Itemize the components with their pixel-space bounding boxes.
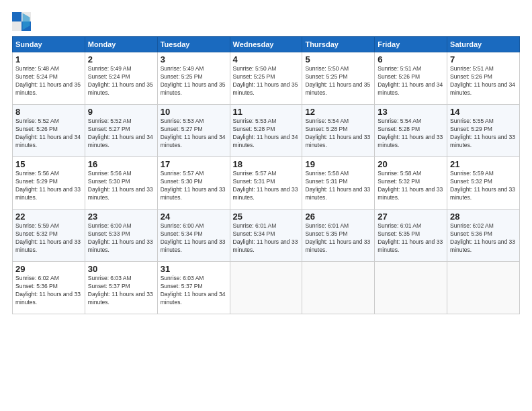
- calendar-cell: 2 Sunrise: 5:49 AM Sunset: 5:24 PM Dayli…: [85, 52, 157, 105]
- day-number: 12: [305, 107, 371, 117]
- day-number: 17: [161, 159, 227, 169]
- calendar-cell: 24 Sunrise: 6:00 AM Sunset: 5:34 PM Dayl…: [157, 210, 230, 262]
- day-info: Sunrise: 6:01 AM Sunset: 5:34 PM Dayligh…: [233, 222, 300, 255]
- calendar-cell: 7 Sunrise: 5:51 AM Sunset: 5:26 PM Dayli…: [447, 52, 520, 105]
- svg-rect-0: [12, 12, 21, 21]
- calendar-header-row: SundayMondayTuesdayWednesdayThursdayFrid…: [13, 37, 520, 52]
- calendar-cell: 17 Sunrise: 5:57 AM Sunset: 5:30 PM Dayl…: [157, 157, 230, 210]
- calendar-cell: 28 Sunrise: 6:02 AM Sunset: 5:36 PM Dayl…: [447, 210, 520, 262]
- day-info: Sunrise: 5:49 AM Sunset: 5:25 PM Dayligh…: [161, 65, 227, 97]
- calendar-cell: 4 Sunrise: 5:50 AM Sunset: 5:25 PM Dayli…: [230, 52, 302, 105]
- day-info: Sunrise: 5:57 AM Sunset: 5:31 PM Dayligh…: [233, 170, 300, 202]
- calendar-cell: [302, 262, 375, 314]
- calendar-cell: 14 Sunrise: 5:55 AM Sunset: 5:29 PM Dayl…: [447, 105, 520, 157]
- calendar-header-monday: Monday: [85, 37, 157, 52]
- calendar-cell: 31 Sunrise: 6:03 AM Sunset: 5:37 PM Dayl…: [157, 262, 230, 314]
- calendar-header-thursday: Thursday: [302, 37, 375, 52]
- day-number: 24: [161, 212, 227, 222]
- calendar-cell: 16 Sunrise: 5:56 AM Sunset: 5:30 PM Dayl…: [85, 157, 157, 210]
- day-number: 27: [378, 212, 444, 222]
- day-number: 15: [15, 159, 82, 169]
- calendar-cell: 26 Sunrise: 6:01 AM Sunset: 5:35 PM Dayl…: [302, 210, 375, 262]
- day-info: Sunrise: 5:56 AM Sunset: 5:30 PM Dayligh…: [88, 170, 154, 202]
- header: [12, 12, 520, 31]
- svg-rect-2: [12, 21, 21, 31]
- day-number: 7: [450, 54, 517, 64]
- calendar-cell: [375, 262, 447, 314]
- calendar-cell: 23 Sunrise: 6:00 AM Sunset: 5:33 PM Dayl…: [85, 210, 157, 262]
- day-info: Sunrise: 5:56 AM Sunset: 5:29 PM Dayligh…: [15, 170, 82, 202]
- day-number: 22: [15, 212, 82, 222]
- day-number: 3: [161, 54, 227, 64]
- day-number: 2: [88, 54, 154, 64]
- calendar-cell: 1 Sunrise: 5:48 AM Sunset: 5:24 PM Dayli…: [13, 52, 85, 105]
- day-number: 11: [233, 107, 300, 117]
- calendar-cell: 10 Sunrise: 5:53 AM Sunset: 5:27 PM Dayl…: [157, 105, 230, 157]
- day-number: 5: [305, 54, 371, 64]
- calendar-week-3: 15 Sunrise: 5:56 AM Sunset: 5:29 PM Dayl…: [13, 157, 520, 210]
- calendar-cell: 8 Sunrise: 5:52 AM Sunset: 5:26 PM Dayli…: [13, 105, 85, 157]
- day-number: 10: [161, 107, 227, 117]
- day-info: Sunrise: 5:53 AM Sunset: 5:27 PM Dayligh…: [161, 118, 227, 150]
- logo-icon: [12, 12, 31, 31]
- day-info: Sunrise: 5:54 AM Sunset: 5:28 PM Dayligh…: [305, 118, 371, 150]
- day-number: 25: [233, 212, 300, 222]
- page: SundayMondayTuesdayWednesdayThursdayFrid…: [0, 0, 532, 321]
- day-number: 18: [233, 159, 300, 169]
- day-number: 23: [88, 212, 154, 222]
- day-number: 28: [450, 212, 517, 222]
- day-number: 19: [305, 159, 371, 169]
- calendar-cell: 21 Sunrise: 5:59 AM Sunset: 5:32 PM Dayl…: [447, 157, 520, 210]
- calendar-cell: 12 Sunrise: 5:54 AM Sunset: 5:28 PM Dayl…: [302, 105, 375, 157]
- day-info: Sunrise: 5:52 AM Sunset: 5:26 PM Dayligh…: [15, 118, 82, 150]
- day-info: Sunrise: 5:52 AM Sunset: 5:27 PM Dayligh…: [88, 118, 154, 150]
- day-info: Sunrise: 5:50 AM Sunset: 5:25 PM Dayligh…: [233, 65, 300, 97]
- day-info: Sunrise: 6:00 AM Sunset: 5:34 PM Dayligh…: [161, 222, 227, 255]
- day-info: Sunrise: 5:53 AM Sunset: 5:28 PM Dayligh…: [233, 118, 300, 150]
- calendar-cell: 9 Sunrise: 5:52 AM Sunset: 5:27 PM Dayli…: [85, 105, 157, 157]
- day-info: Sunrise: 6:01 AM Sunset: 5:35 PM Dayligh…: [378, 222, 444, 255]
- calendar-cell: 5 Sunrise: 5:50 AM Sunset: 5:25 PM Dayli…: [302, 52, 375, 105]
- calendar-cell: 27 Sunrise: 6:01 AM Sunset: 5:35 PM Dayl…: [375, 210, 447, 262]
- day-info: Sunrise: 5:51 AM Sunset: 5:26 PM Dayligh…: [450, 65, 517, 97]
- calendar-cell: [447, 262, 520, 314]
- day-info: Sunrise: 5:54 AM Sunset: 5:28 PM Dayligh…: [378, 118, 444, 150]
- calendar-week-2: 8 Sunrise: 5:52 AM Sunset: 5:26 PM Dayli…: [13, 105, 520, 157]
- calendar-cell: 11 Sunrise: 5:53 AM Sunset: 5:28 PM Dayl…: [230, 105, 302, 157]
- calendar-cell: 22 Sunrise: 5:59 AM Sunset: 5:32 PM Dayl…: [13, 210, 85, 262]
- day-number: 8: [15, 107, 82, 117]
- day-number: 20: [378, 159, 444, 169]
- calendar-week-4: 22 Sunrise: 5:59 AM Sunset: 5:32 PM Dayl…: [13, 210, 520, 262]
- day-info: Sunrise: 5:48 AM Sunset: 5:24 PM Dayligh…: [15, 65, 82, 97]
- day-number: 29: [15, 264, 82, 274]
- calendar-header-wednesday: Wednesday: [230, 37, 302, 52]
- day-info: Sunrise: 5:51 AM Sunset: 5:26 PM Dayligh…: [378, 65, 444, 97]
- calendar-cell: 30 Sunrise: 6:03 AM Sunset: 5:37 PM Dayl…: [85, 262, 157, 314]
- day-info: Sunrise: 5:49 AM Sunset: 5:24 PM Dayligh…: [88, 65, 154, 97]
- day-info: Sunrise: 5:59 AM Sunset: 5:32 PM Dayligh…: [15, 222, 82, 255]
- day-info: Sunrise: 6:03 AM Sunset: 5:37 PM Dayligh…: [88, 275, 154, 307]
- day-info: Sunrise: 5:58 AM Sunset: 5:31 PM Dayligh…: [305, 170, 371, 202]
- calendar-cell: 20 Sunrise: 5:58 AM Sunset: 5:32 PM Dayl…: [375, 157, 447, 210]
- day-number: 14: [450, 107, 517, 117]
- day-info: Sunrise: 5:50 AM Sunset: 5:25 PM Dayligh…: [305, 65, 371, 97]
- day-number: 6: [378, 54, 444, 64]
- calendar-cell: [230, 262, 302, 314]
- day-info: Sunrise: 6:03 AM Sunset: 5:37 PM Dayligh…: [161, 275, 227, 307]
- day-number: 9: [88, 107, 154, 117]
- day-number: 4: [233, 54, 300, 64]
- day-number: 31: [161, 264, 227, 274]
- logo: [12, 12, 34, 31]
- day-info: Sunrise: 5:58 AM Sunset: 5:32 PM Dayligh…: [378, 170, 444, 202]
- day-number: 1: [15, 54, 82, 64]
- calendar-header-saturday: Saturday: [447, 37, 520, 52]
- calendar-cell: 29 Sunrise: 6:02 AM Sunset: 5:36 PM Dayl…: [13, 262, 85, 314]
- day-number: 21: [450, 159, 517, 169]
- day-number: 30: [88, 264, 154, 274]
- calendar-header-tuesday: Tuesday: [157, 37, 230, 52]
- day-info: Sunrise: 6:00 AM Sunset: 5:33 PM Dayligh…: [88, 222, 154, 255]
- calendar-week-5: 29 Sunrise: 6:02 AM Sunset: 5:36 PM Dayl…: [13, 262, 520, 314]
- day-number: 26: [305, 212, 371, 222]
- calendar-cell: 6 Sunrise: 5:51 AM Sunset: 5:26 PM Dayli…: [375, 52, 447, 105]
- day-info: Sunrise: 6:02 AM Sunset: 5:36 PM Dayligh…: [15, 275, 82, 307]
